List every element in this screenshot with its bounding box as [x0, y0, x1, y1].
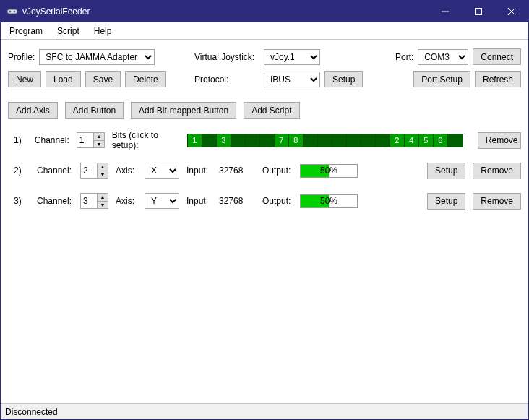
content-area: Profile: SFC to JAMMA Adapter Virtual Jo… — [1, 40, 528, 403]
bit-cell[interactable] — [361, 134, 376, 147]
maximize-button[interactable] — [462, 1, 495, 22]
channel-input[interactable] — [81, 163, 97, 178]
output-label: Output: — [262, 166, 293, 176]
row-index: 3) — [8, 196, 30, 206]
bit-cell[interactable]: 6 — [434, 134, 448, 147]
output-meter: 50% — [300, 194, 358, 208]
protocol-select[interactable]: IBUS — [264, 72, 320, 87]
channel-label: Channel: — [35, 135, 69, 145]
spin-up-icon[interactable]: ▲ — [94, 133, 104, 141]
mapping-row: 1)Channel:▲▼Bits (click to setup):137824… — [8, 130, 521, 150]
remove-button[interactable]: Remove — [473, 193, 521, 210]
profile-label: Profile: — [8, 52, 35, 62]
mappings-list: 1)Channel:▲▼Bits (click to setup):137824… — [8, 130, 521, 211]
bit-cell[interactable] — [347, 134, 361, 147]
bit-cell[interactable]: 7 — [275, 134, 289, 147]
row-index: 1) — [8, 135, 27, 145]
titlebar: vJoySerialFeeder — [1, 1, 528, 22]
profile-delete-button[interactable]: Delete — [125, 71, 166, 87]
input-label: Input: — [186, 196, 212, 206]
port-label: Port: — [395, 52, 413, 62]
remove-button[interactable]: Remove — [473, 163, 521, 179]
channel-input[interactable] — [81, 194, 97, 208]
menu-program[interactable]: Program — [7, 25, 46, 38]
channel-spinner[interactable]: ▲▼ — [77, 132, 105, 148]
channel-input[interactable] — [77, 133, 93, 147]
joystick-select[interactable]: vJoy.1 — [264, 49, 320, 65]
output-value: 50% — [320, 196, 337, 206]
bit-cell[interactable]: 1 — [188, 134, 202, 147]
bit-cell[interactable] — [246, 134, 260, 147]
menubar: Program Script Help — [1, 22, 528, 40]
bit-cell[interactable]: 4 — [405, 134, 419, 147]
profile-select[interactable]: SFC to JAMMA Adapter — [39, 49, 155, 65]
output-value: 50% — [320, 166, 337, 176]
add-script-button[interactable]: Add Script — [244, 102, 299, 119]
channel-spinner[interactable]: ▲▼ — [80, 193, 108, 209]
close-button[interactable] — [495, 1, 528, 22]
bit-cell[interactable] — [304, 134, 318, 147]
row-setup-button[interactable]: Setup — [427, 163, 465, 179]
menu-help[interactable]: Help — [91, 25, 115, 38]
bit-cell[interactable] — [332, 134, 347, 147]
connect-button[interactable]: Connect — [473, 48, 521, 65]
minimize-button[interactable] — [429, 1, 462, 22]
axis-select[interactable]: Y — [145, 193, 179, 209]
joystick-label: Virtual Joystick: — [194, 52, 259, 62]
bit-cell[interactable]: 3 — [217, 134, 231, 147]
profile-load-button[interactable]: Load — [46, 71, 81, 87]
channel-label: Channel: — [37, 196, 73, 206]
port-select[interactable]: COM3 — [418, 49, 468, 65]
window-title: vJoySerialFeeder — [22, 7, 90, 17]
row-setup-button[interactable]: Setup — [427, 193, 465, 210]
spin-down-icon[interactable]: ▼ — [98, 171, 108, 179]
spin-up-icon[interactable]: ▲ — [98, 194, 108, 202]
bits-label: Bits (click to setup): — [112, 130, 180, 150]
input-value: 32768 — [219, 166, 255, 176]
spin-down-icon[interactable]: ▼ — [94, 141, 104, 148]
port-refresh-button[interactable]: Refresh — [475, 71, 521, 87]
bit-cell[interactable] — [376, 134, 390, 147]
bit-cell[interactable] — [260, 134, 275, 147]
profile-save-button[interactable]: Save — [85, 71, 121, 87]
bit-cell[interactable] — [448, 134, 463, 147]
input-value: 32768 — [219, 196, 255, 206]
axis-label: Axis: — [116, 166, 137, 176]
mapping-row: 2)Channel:▲▼Axis:XInput:32768Output:50%S… — [8, 160, 521, 181]
svg-rect-0 — [7, 9, 17, 14]
app-icon — [7, 6, 18, 17]
add-button-button[interactable]: Add Button — [65, 102, 124, 119]
bit-cell[interactable]: 2 — [390, 134, 405, 147]
bit-cell[interactable] — [202, 134, 217, 147]
axis-select[interactable]: X — [145, 163, 179, 179]
channel-label: Channel: — [37, 166, 73, 176]
add-axis-button[interactable]: Add Axis — [8, 102, 58, 119]
port-setup-button[interactable]: Port Setup — [413, 71, 470, 87]
output-label: Output: — [262, 196, 293, 206]
row-index: 2) — [8, 166, 30, 176]
remove-button[interactable]: Remove — [478, 132, 521, 149]
channel-spinner[interactable]: ▲▼ — [80, 163, 108, 179]
bit-cell[interactable] — [318, 134, 332, 147]
bit-cell[interactable] — [231, 134, 246, 147]
axis-label: Axis: — [116, 196, 137, 206]
bit-cell[interactable]: 8 — [289, 134, 304, 147]
input-label: Input: — [186, 166, 212, 176]
mapping-row: 3)Channel:▲▼Axis:YInput:32768Output:50%S… — [8, 191, 521, 211]
menu-script[interactable]: Script — [54, 25, 82, 38]
svg-rect-3 — [476, 9, 482, 15]
protocol-setup-button[interactable]: Setup — [324, 71, 363, 87]
bits-bar[interactable]: 13782456 — [187, 134, 463, 147]
spin-up-icon[interactable]: ▲ — [98, 163, 108, 171]
bit-cell[interactable]: 5 — [419, 134, 434, 147]
output-meter: 50% — [300, 164, 358, 178]
svg-point-1 — [9, 11, 11, 12]
status-text: Disconnected — [5, 407, 58, 417]
profile-new-button[interactable]: New — [8, 71, 41, 87]
protocol-label: Protocol: — [194, 74, 259, 85]
spin-down-icon[interactable]: ▼ — [98, 202, 108, 209]
add-bitmapped-button[interactable]: Add Bit-mapped Button — [131, 102, 236, 119]
svg-point-2 — [14, 11, 15, 12]
statusbar: Disconnected — [1, 403, 528, 419]
